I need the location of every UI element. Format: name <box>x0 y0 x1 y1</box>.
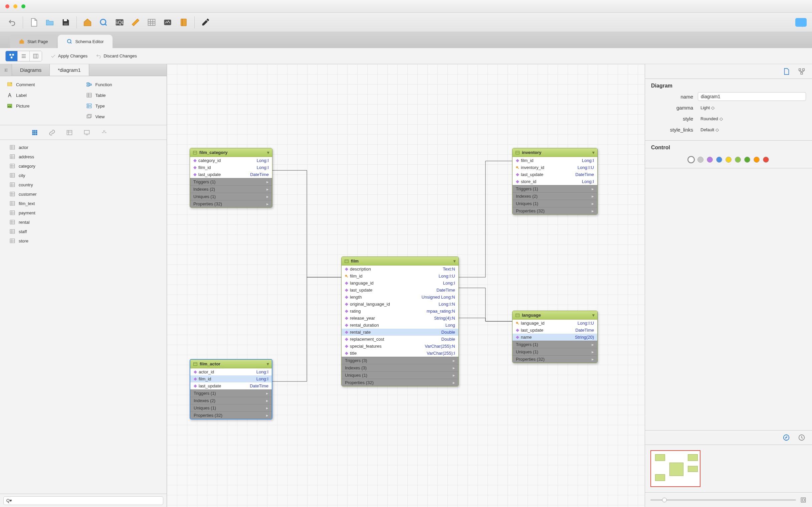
zoom-slider[interactable] <box>650 499 796 501</box>
list-view-button[interactable] <box>18 51 30 61</box>
entity-header[interactable]: film_category▾ <box>190 148 272 157</box>
inspector-page-icon[interactable] <box>783 68 790 75</box>
entity-section[interactable]: Indexes (2)▸ <box>190 397 272 404</box>
monitor-button[interactable] <box>161 16 174 29</box>
entity-section[interactable]: Indexes (2)▸ <box>512 192 597 200</box>
table-item-store[interactable]: store <box>0 236 167 245</box>
entity-section[interactable]: Indexes (2)▸ <box>190 185 272 193</box>
table-view-button[interactable] <box>145 16 158 29</box>
entity-section[interactable]: Uniques (1)▸ <box>341 372 458 379</box>
palette-function[interactable]: Function <box>86 81 160 88</box>
entity-section[interactable]: Uniques (1)▸ <box>190 193 272 200</box>
entity-section[interactable]: Triggers (1)▸ <box>190 389 272 397</box>
filter-grid-icon[interactable] <box>31 128 39 136</box>
diagram-view-button[interactable] <box>6 51 18 61</box>
entity-header[interactable]: film▾ <box>341 257 458 266</box>
entity-section[interactable]: Uniques (1)▸ <box>190 404 272 411</box>
sql-button[interactable]: SQL <box>113 16 126 29</box>
table-item-actor[interactable]: actor <box>0 143 167 152</box>
diagram-canvas[interactable]: film_category▾category_idLong:Ifilm_idLo… <box>167 64 645 507</box>
table-item-address[interactable]: address <box>0 152 167 161</box>
eyedropper-button[interactable] <box>199 16 212 29</box>
search-input[interactable]: Q▾ <box>3 496 163 505</box>
field-title[interactable]: titleVarChar(255):I <box>341 350 458 357</box>
filter-link-icon[interactable] <box>48 128 56 136</box>
open-folder-button[interactable] <box>43 16 56 29</box>
entity-header[interactable]: inventory▾ <box>512 148 597 157</box>
minimap[interactable] <box>645 445 812 492</box>
field-last_update[interactable]: last_updateDateTime <box>512 327 597 334</box>
field-film_id[interactable]: film_idLong:I <box>512 157 597 164</box>
field-actor_id[interactable]: actor_idLong:I <box>190 369 272 376</box>
palette-table[interactable]: Table <box>86 92 160 98</box>
field-film_id[interactable]: film_idLong:I <box>190 164 272 171</box>
notebook-button[interactable] <box>177 16 190 29</box>
entity-film[interactable]: film▾descriptionText:Nfilm_idLong:I:Ulan… <box>341 257 459 386</box>
navigator-compass-icon[interactable] <box>783 434 790 441</box>
entity-header[interactable]: film_actor▾ <box>190 360 272 369</box>
entity-section[interactable]: Uniques (1)▸ <box>512 348 597 355</box>
tab-schema-editor[interactable]: Schema Editor <box>58 35 112 48</box>
field-release_year[interactable]: release_yearString(4):N <box>341 315 458 322</box>
entity-header[interactable]: language▾ <box>512 311 597 320</box>
tab-diagrams[interactable]: Diagrams <box>12 64 50 76</box>
field-special_features[interactable]: special_featuresVarChar(255):N <box>341 343 458 350</box>
field-film_id[interactable]: film_idLong:I <box>190 376 272 382</box>
table-item-film_text[interactable]: film_text <box>0 199 167 208</box>
field-last_update[interactable]: last_updateDateTime <box>190 382 272 389</box>
entity-section[interactable]: Uniques (1)▸ <box>512 200 597 207</box>
field-length[interactable]: lengthUnsigned Long:N <box>341 294 458 300</box>
color-swatch[interactable] <box>744 157 750 163</box>
entity-section[interactable]: Triggers (1)▸ <box>512 341 597 348</box>
entity-section[interactable]: Triggers (3)▸ <box>341 357 458 364</box>
color-swatch[interactable] <box>726 157 732 163</box>
entity-section[interactable]: Properties (32)▸ <box>512 207 597 214</box>
entity-section[interactable]: Triggers (1)▸ <box>512 185 597 192</box>
sidebar-collapse-button[interactable] <box>0 64 12 76</box>
tab-start-page[interactable]: Start Page <box>10 35 56 48</box>
entity-inventory[interactable]: inventory▾film_idLong:Iinventory_idLong:… <box>512 148 598 215</box>
filter-table-icon[interactable] <box>65 128 73 136</box>
entity-section[interactable]: Properties (32)▸ <box>341 379 458 386</box>
field-rental_rate[interactable]: rental_rateDouble <box>341 329 458 336</box>
style-select[interactable]: Rounded◇ <box>698 114 806 123</box>
color-swatch[interactable] <box>716 157 722 163</box>
table-item-customer[interactable]: customer <box>0 189 167 199</box>
inspector-tree-icon[interactable] <box>798 68 805 75</box>
field-language_id[interactable]: language_idLong:I <box>341 280 458 287</box>
field-inventory_id[interactable]: inventory_idLong:I:U <box>512 164 597 171</box>
new-file-button[interactable] <box>27 16 41 29</box>
palette-type[interactable]: Type <box>86 103 160 109</box>
fit-button[interactable] <box>800 497 807 503</box>
close-window-icon[interactable] <box>5 4 9 8</box>
field-rental_duration[interactable]: rental_durationLong <box>341 322 458 329</box>
color-swatch[interactable] <box>754 157 760 163</box>
field-category_id[interactable]: category_idLong:I <box>190 157 272 164</box>
field-store_id[interactable]: store_idLong:I <box>512 178 597 185</box>
diagram-name-input[interactable] <box>698 92 806 101</box>
style-links-select[interactable]: Default◇ <box>698 125 806 134</box>
zoom-window-icon[interactable] <box>21 4 25 8</box>
field-rating[interactable]: ratingmpaa_rating:N <box>341 307 458 315</box>
filter-expand-icon[interactable] <box>100 128 108 136</box>
field-last_update[interactable]: last_updateDateTime <box>341 287 458 294</box>
entity-section[interactable]: Triggers (1)▸ <box>190 178 272 185</box>
field-replacement_cost[interactable]: replacement_costDouble <box>341 336 458 343</box>
feedback-button[interactable] <box>795 18 807 27</box>
save-button[interactable] <box>59 16 72 29</box>
discard-changes-button[interactable]: Discard Changes <box>96 53 137 59</box>
field-original_language_id[interactable]: original_language_idLong:I:N <box>341 300 458 307</box>
gamma-select[interactable]: Light◇ <box>698 103 806 112</box>
field-last_update[interactable]: last_updateDateTime <box>512 171 597 178</box>
undo-button[interactable] <box>5 16 19 29</box>
minimize-window-icon[interactable] <box>13 4 17 8</box>
table-item-rental[interactable]: rental <box>0 217 167 227</box>
ruler-button[interactable] <box>129 16 142 29</box>
color-swatch[interactable] <box>735 157 741 163</box>
field-name[interactable]: nameString(20) <box>512 334 597 341</box>
entity-film_actor[interactable]: film_actor▾actor_idLong:Ifilm_idLong:Ila… <box>190 359 272 419</box>
schema-editor-button[interactable] <box>97 16 110 29</box>
navigator-history-icon[interactable] <box>798 434 805 441</box>
entity-section[interactable]: Indexes (3)▸ <box>341 364 458 372</box>
entity-language[interactable]: language▾language_idLong:I:Ulast_updateD… <box>512 311 598 363</box>
